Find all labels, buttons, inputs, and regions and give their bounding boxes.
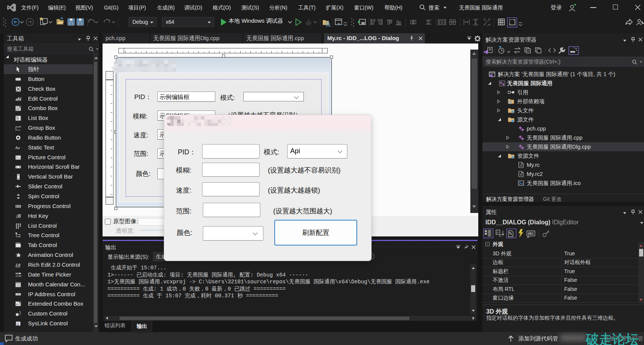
svg-text:17:30: 17:30 [16, 275, 22, 277]
svg-text:abc: abc [528, 232, 534, 235]
svg-text:ab: ab [16, 96, 21, 102]
svg-text:Z: Z [499, 234, 501, 238]
svg-text:A: A [16, 322, 19, 326]
svg-text:2.0: 2.0 [15, 263, 20, 267]
svg-text:xyz: xyz [17, 126, 20, 128]
svg-text:Aa: Aa [15, 145, 20, 150]
svg-text:A: A [496, 230, 499, 234]
